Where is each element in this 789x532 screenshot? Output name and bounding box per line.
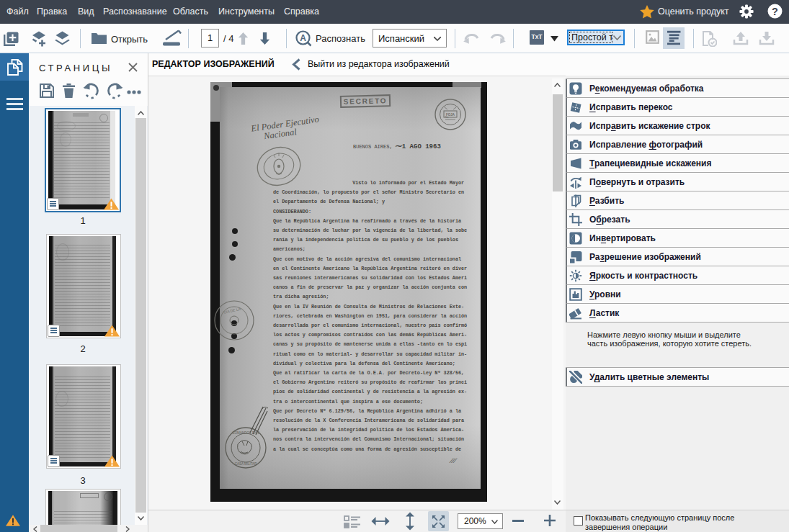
svg-text:CASA MILITAR: CASA MILITAR [235, 462, 257, 466]
svg-text:?: ? [772, 6, 778, 17]
svg-text:No: No [445, 116, 449, 119]
svg-text:CIA DE LA: CIA DE LA [223, 307, 241, 315]
svg-text:A: A [300, 33, 306, 43]
